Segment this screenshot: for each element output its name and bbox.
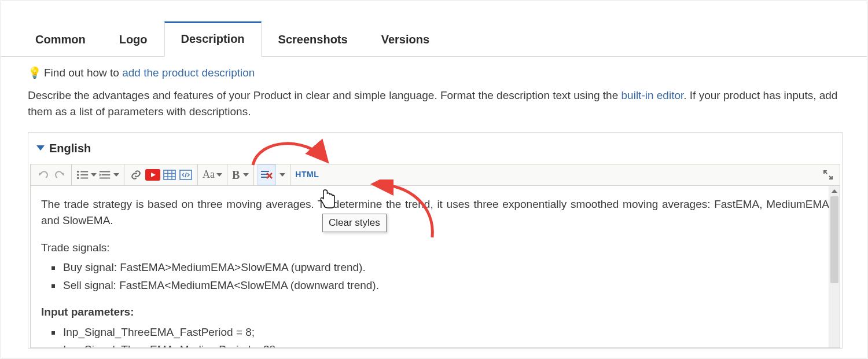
scroll-up-icon[interactable] [829, 186, 840, 196]
clear-styles-button[interactable] [258, 164, 276, 185]
inputs-heading: Input parameters: [41, 304, 829, 321]
list-ol-icon [99, 169, 112, 181]
link-button[interactable] [128, 164, 144, 185]
svg-rect-7 [102, 174, 111, 175]
tab-logo[interactable]: Logo [102, 22, 164, 57]
svg-rect-1 [80, 171, 88, 172]
editor-panel: English [28, 132, 843, 349]
svg-rect-5 [80, 177, 88, 178]
tab-screenshots[interactable]: Screenshots [262, 22, 365, 57]
signals-heading: Trade signals: [41, 240, 829, 257]
bold-label: B [232, 166, 240, 184]
help-tip: 💡Find out how to add the product descrip… [28, 65, 843, 82]
tooltip-clear-styles: Clear styles [322, 214, 387, 232]
collapse-icon [36, 145, 45, 151]
ordered-list-button[interactable] [98, 164, 120, 185]
clear-styles-icon [260, 169, 273, 181]
editor-content[interactable]: The trade strategy is based on three mov… [31, 186, 840, 347]
scroll-thumb[interactable] [830, 196, 838, 283]
code-button[interactable] [178, 164, 194, 185]
list-ul-icon [76, 169, 89, 181]
table-icon [163, 170, 176, 180]
panel-title: English [49, 140, 91, 157]
editor-wrap: Aa B [30, 164, 840, 348]
editor-toolbar: Aa B [31, 164, 840, 185]
fullscreen-icon [823, 170, 833, 180]
editor-scroll: The trade strategy is based on three mov… [31, 185, 840, 347]
builtin-editor-link[interactable]: built-in editor [621, 89, 684, 101]
font-size-button[interactable]: Aa [201, 164, 223, 185]
video-icon [145, 169, 160, 181]
intro-part1: Describe the advantages and features of … [28, 89, 621, 101]
svg-rect-10 [164, 170, 175, 179]
svg-rect-8 [100, 177, 110, 178]
svg-rect-3 [80, 174, 88, 175]
html-source-button[interactable]: HTML [294, 164, 320, 185]
list-item: Inp_Signal_ThreeEMA_FastPeriod = 8; [62, 324, 829, 341]
inputs-list: Inp_Signal_ThreeEMA_FastPeriod = 8; Inp_… [62, 324, 829, 347]
clear-styles-dropdown[interactable] [276, 164, 286, 185]
svg-point-2 [77, 174, 79, 176]
tab-versions[interactable]: Versions [365, 22, 446, 57]
svg-line-16 [185, 173, 186, 177]
tab-description[interactable]: Description [164, 21, 262, 57]
redo-button[interactable] [52, 164, 68, 185]
html-label: HTML [295, 168, 319, 181]
svg-rect-6 [100, 171, 110, 172]
vertical-scrollbar[interactable] [829, 186, 840, 347]
intro-paragraph: Describe the advantages and features of … [28, 87, 843, 120]
unordered-list-button[interactable] [75, 164, 98, 185]
tab-common[interactable]: Common [19, 22, 102, 57]
aa-label: Aa [203, 167, 215, 182]
undo-button[interactable] [35, 164, 52, 185]
panel-header-english[interactable]: English [28, 133, 842, 164]
list-item: Sell signal: FastEMA<MediumEMA<SlowEMA (… [62, 277, 829, 294]
chevron-down-icon [91, 173, 97, 177]
help-tip-prefix: Find out how to [44, 67, 122, 79]
signals-list: Buy signal: FastEMA>MediumEMA>SlowEMA (u… [62, 259, 829, 294]
chevron-down-icon [113, 173, 119, 177]
svg-point-4 [77, 177, 79, 179]
chevron-down-icon [216, 173, 222, 177]
code-icon [179, 170, 192, 180]
pointer-cursor-icon [319, 189, 336, 208]
editor-intro: The trade strategy is based on three mov… [41, 196, 829, 229]
svg-rect-17 [261, 171, 269, 172]
list-item: Inp_Signal_ThreeEMA_MediumPeriod = 38; [62, 342, 829, 347]
list-item: Buy signal: FastEMA>MediumEMA>SlowEMA (u… [62, 259, 829, 276]
bold-button[interactable]: B [231, 164, 250, 185]
bulb-icon: 💡 [28, 67, 42, 79]
undo-icon [38, 169, 49, 181]
link-icon [130, 169, 142, 181]
svg-point-0 [77, 170, 79, 173]
table-button[interactable] [161, 164, 178, 185]
redo-icon [54, 169, 65, 181]
help-tip-link[interactable]: add the product description [122, 67, 255, 79]
video-button[interactable] [144, 164, 161, 185]
tab-bar: Common Logo Description Screenshots Vers… [1, 1, 867, 57]
chevron-down-icon [243, 173, 249, 177]
chevron-down-icon [279, 173, 285, 177]
fullscreen-button[interactable] [820, 164, 836, 185]
